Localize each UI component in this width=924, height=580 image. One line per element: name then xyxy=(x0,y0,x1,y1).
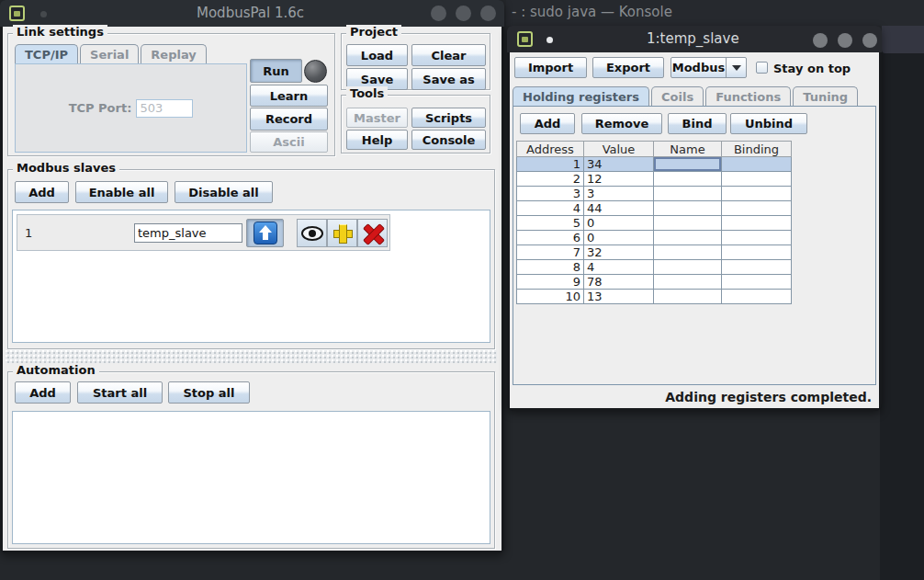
slave-dialog-titlebar[interactable]: 1:temp_slave xyxy=(507,26,882,52)
dialog-maximize-button[interactable] xyxy=(838,33,852,48)
register-cell-address[interactable]: 8 xyxy=(516,260,584,275)
help-button[interactable]: Help xyxy=(346,130,408,150)
slave-row[interactable]: 1 xyxy=(17,214,390,251)
column-header-address[interactable]: Address xyxy=(516,141,584,157)
register-cell-address[interactable]: 4 xyxy=(516,201,584,216)
register-cell-address[interactable]: 6 xyxy=(516,231,584,245)
register-cell-address[interactable]: 9 xyxy=(516,275,584,290)
register-cell-address[interactable]: 5 xyxy=(516,216,584,231)
register-row[interactable]: 134 xyxy=(516,157,792,172)
register-row[interactable]: 444 xyxy=(516,201,792,216)
add-slave-button[interactable]: Add xyxy=(15,181,69,203)
register-row[interactable]: 1013 xyxy=(516,290,792,304)
register-row[interactable]: 50 xyxy=(516,216,792,231)
register-cell-binding[interactable] xyxy=(722,275,792,290)
register-cell-name[interactable] xyxy=(654,245,722,260)
run-button[interactable]: Run xyxy=(250,59,302,83)
register-cell-name[interactable] xyxy=(654,201,722,216)
register-cell-name[interactable] xyxy=(654,172,722,187)
register-cell-value[interactable]: 44 xyxy=(584,201,654,216)
register-cell-binding[interactable] xyxy=(722,290,792,304)
register-cell-address[interactable]: 3 xyxy=(516,187,584,201)
register-cell-binding[interactable] xyxy=(722,231,792,245)
register-cell-name[interactable] xyxy=(654,187,722,201)
column-header-value[interactable]: Value xyxy=(584,141,654,157)
scripts-button[interactable]: Scripts xyxy=(411,108,486,128)
remove-register-button[interactable]: Remove xyxy=(581,113,662,134)
load-button[interactable]: Load xyxy=(346,44,408,66)
tab-tuning[interactable]: Tuning xyxy=(793,86,858,107)
register-cell-address[interactable]: 7 xyxy=(516,245,584,260)
register-row[interactable]: 212 xyxy=(516,172,792,187)
register-cell-value[interactable]: 32 xyxy=(584,245,654,260)
slave-list[interactable]: 1 xyxy=(12,210,490,343)
close-button[interactable] xyxy=(480,6,496,21)
register-cell-value[interactable]: 34 xyxy=(584,157,654,172)
register-cell-value[interactable]: 0 xyxy=(584,231,654,245)
automation-list[interactable] xyxy=(12,411,490,544)
tab-replay[interactable]: Replay xyxy=(141,44,206,64)
clear-button[interactable]: Clear xyxy=(411,44,486,66)
register-cell-binding[interactable] xyxy=(722,201,792,216)
register-cell-binding[interactable] xyxy=(722,245,792,260)
tab-serial[interactable]: Serial xyxy=(80,44,139,64)
import-button[interactable]: Import xyxy=(514,57,587,78)
register-cell-address[interactable]: 2 xyxy=(516,172,584,187)
column-header-name[interactable]: Name xyxy=(654,141,722,157)
register-cell-binding[interactable] xyxy=(722,172,792,187)
add-automation-button[interactable]: Add xyxy=(15,381,71,404)
register-cell-value[interactable]: 13 xyxy=(584,290,654,304)
register-cell-value[interactable]: 4 xyxy=(584,260,654,275)
register-cell-value[interactable]: 12 xyxy=(584,172,654,187)
register-cell-name[interactable] xyxy=(654,157,722,172)
console-button[interactable]: Console xyxy=(411,130,486,150)
stop-all-button[interactable]: Stop all xyxy=(168,381,250,404)
konsole-titlebar[interactable]: - : sudo java — Konsole xyxy=(506,0,924,26)
register-cell-name[interactable] xyxy=(654,231,722,245)
slave-enabled-toggle[interactable] xyxy=(246,219,284,247)
register-cell-name[interactable] xyxy=(654,290,722,304)
register-cell-binding[interactable] xyxy=(722,260,792,275)
modbuspal-titlebar[interactable]: ModbusPal 1.6c xyxy=(0,0,504,27)
register-row[interactable]: 33 xyxy=(516,187,792,201)
enable-all-button[interactable]: Enable all xyxy=(75,181,168,203)
dialog-close-button[interactable] xyxy=(862,33,877,48)
dialog-menu-icon[interactable] xyxy=(517,31,533,47)
register-cell-name[interactable] xyxy=(654,275,722,290)
disable-all-button[interactable]: Disable all xyxy=(175,181,273,203)
tab-coils[interactable]: Coils xyxy=(651,86,704,107)
registers-table[interactable]: AddressValueNameBinding 1342123344450607… xyxy=(516,141,792,304)
export-button[interactable]: Export xyxy=(592,57,664,78)
register-row[interactable]: 732 xyxy=(516,245,792,260)
register-row[interactable]: 84 xyxy=(516,260,792,275)
register-row[interactable]: 978 xyxy=(516,275,792,290)
save-as-button[interactable]: Save as xyxy=(411,68,486,90)
registers-table-header[interactable]: AddressValueNameBinding xyxy=(516,141,792,157)
bind-button[interactable]: Bind xyxy=(668,113,727,134)
window-pin-icon[interactable] xyxy=(40,11,47,17)
register-cell-binding[interactable] xyxy=(722,187,792,201)
dialog-pin-icon[interactable] xyxy=(547,37,553,43)
register-cell-value[interactable]: 78 xyxy=(584,275,654,290)
register-cell-value[interactable]: 3 xyxy=(584,187,654,201)
minimize-button[interactable] xyxy=(431,6,446,21)
register-row[interactable]: 60 xyxy=(516,231,792,245)
register-cell-name[interactable] xyxy=(654,260,722,275)
register-cell-address[interactable]: 1 xyxy=(516,157,584,172)
view-slave-button[interactable] xyxy=(297,219,327,247)
unbind-button[interactable]: Unbind xyxy=(730,113,807,134)
register-cell-binding[interactable] xyxy=(722,216,792,231)
tab-functions[interactable]: Functions xyxy=(705,86,791,107)
tcp-port-input[interactable] xyxy=(136,99,193,118)
register-cell-name[interactable] xyxy=(654,216,722,231)
mode-select[interactable]: Modbus xyxy=(670,57,747,78)
delete-slave-button[interactable] xyxy=(357,219,388,247)
learn-button[interactable]: Learn xyxy=(250,85,328,107)
record-button[interactable]: Record xyxy=(250,108,328,131)
column-header-binding[interactable]: Binding xyxy=(722,141,792,157)
add-register-button[interactable]: Add xyxy=(520,113,575,134)
slave-name-input[interactable] xyxy=(134,223,242,243)
register-cell-address[interactable]: 10 xyxy=(516,290,584,304)
duplicate-slave-button[interactable] xyxy=(327,219,357,247)
register-cell-binding[interactable] xyxy=(722,157,792,172)
